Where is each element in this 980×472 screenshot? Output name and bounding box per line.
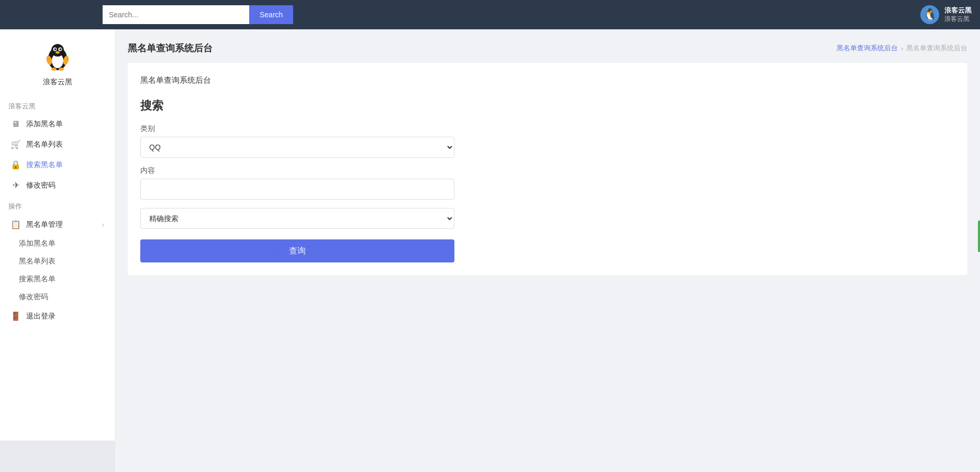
- user-area: 🐧 浪客云黑 浪客云黑: [920, 5, 972, 24]
- right-accent: [978, 221, 980, 252]
- sidebar-section2-label: 操作: [0, 195, 115, 214]
- sidebar-sub-search-label: 搜索黑名单: [19, 275, 55, 284]
- search-form: 搜索 类别 QQ 微信 手机号 邮箱 其他 内容 精确搜索 模糊搜索 3KA.C…: [140, 98, 454, 262]
- sidebar-item-change-password-label: 修改密码: [26, 181, 55, 190]
- sidebar-management-left: 📋 黑名单管理: [10, 219, 63, 229]
- top-nav: Search 🐧 浪客云黑 浪客云黑: [0, 0, 980, 29]
- page-title: 黑名单查询系统后台: [128, 42, 213, 54]
- search-heading: 搜索: [140, 98, 454, 114]
- send-icon: ✈: [10, 180, 21, 190]
- category-select[interactable]: QQ 微信 手机号 邮箱 其他: [140, 137, 454, 158]
- breadcrumb-bar: 黑名单查询系统后台 黑名单查询系统后台 › 黑名单查询系统后台: [128, 42, 967, 54]
- search-type-select[interactable]: 精确搜索 模糊搜索: [140, 208, 454, 229]
- logout-icon: 🚪: [10, 311, 21, 321]
- sidebar-item-search-blacklist-label: 搜索黑名单: [26, 160, 63, 170]
- sidebar-sub-pwd-label: 修改密码: [19, 292, 48, 302]
- sidebar-section1-label: 浪客云黑: [0, 95, 115, 114]
- sidebar-sub-add[interactable]: 添加黑名单: [0, 235, 115, 253]
- breadcrumb-link[interactable]: 黑名单查询系统后台: [837, 43, 898, 53]
- search-bar: Search: [103, 5, 293, 24]
- sidebar-item-logout-label: 退出登录: [26, 312, 55, 321]
- lock-icon: 🔒: [10, 160, 21, 170]
- sidebar-item-blacklist-list-label: 黑名单列表: [26, 140, 63, 149]
- content-label: 内容: [140, 166, 454, 175]
- query-btn-area: 3KA.CN 查询: [140, 237, 454, 262]
- breadcrumb: 黑名单查询系统后台 › 黑名单查询系统后台: [837, 43, 967, 53]
- penguin-logo-icon: [42, 42, 73, 73]
- sidebar-sub-list[interactable]: 黑名单列表: [0, 253, 115, 270]
- chevron-right-icon: ›: [102, 221, 104, 228]
- layout: 浪客云黑 浪客云黑 🖥 添加黑名单 🛒 黑名单列表 🔒 搜索黑名单 ✈ 修改密码…: [0, 0, 980, 472]
- svg-point-6: [59, 48, 61, 50]
- sidebar-item-change-password[interactable]: ✈ 修改密码: [0, 175, 115, 195]
- svg-point-11: [59, 68, 64, 71]
- breadcrumb-current: 黑名单查询系统后台: [906, 43, 967, 53]
- breadcrumb-separator: ›: [901, 45, 903, 52]
- sidebar-item-add-blacklist-label: 添加黑名单: [26, 119, 63, 129]
- avatar-icon: 🐧: [923, 8, 937, 21]
- search-button[interactable]: Search: [249, 5, 293, 24]
- content-input[interactable]: [140, 179, 454, 200]
- sidebar-sub-list-label: 黑名单列表: [19, 257, 55, 266]
- sidebar-item-blacklist-list[interactable]: 🛒 黑名单列表: [0, 134, 115, 155]
- query-button[interactable]: 查询: [140, 239, 454, 262]
- bottom-thumbnail: [0, 441, 115, 472]
- search-input[interactable]: [103, 5, 249, 24]
- sidebar-item-search-blacklist[interactable]: 🔒 搜索黑名单: [0, 155, 115, 175]
- main-content: 黑名单查询系统后台 黑名单查询系统后台 › 黑名单查询系统后台 黑名单查询系统后…: [115, 29, 980, 472]
- sidebar-management-label: 黑名单管理: [26, 220, 63, 229]
- category-label: 类别: [140, 124, 454, 134]
- svg-point-5: [54, 48, 56, 50]
- management-icon: 📋: [10, 219, 21, 229]
- list-icon: 🛒: [10, 139, 21, 149]
- sidebar-brand: 浪客云黑: [43, 78, 72, 87]
- username-sub: 浪客云黑: [944, 15, 972, 24]
- sidebar-item-logout[interactable]: 🚪 退出登录: [0, 306, 115, 326]
- monitor-icon: 🖥: [10, 119, 21, 129]
- sidebar-item-management[interactable]: 📋 黑名单管理 ›: [0, 214, 115, 235]
- sidebar: 浪客云黑 浪客云黑 🖥 添加黑名单 🛒 黑名单列表 🔒 搜索黑名单 ✈ 修改密码…: [0, 29, 115, 472]
- sidebar-sub-search[interactable]: 搜索黑名单: [0, 270, 115, 288]
- main-card: 黑名单查询系统后台 搜索 类别 QQ 微信 手机号 邮箱 其他 内容 精确搜索 …: [128, 63, 967, 275]
- avatar: 🐧: [920, 5, 939, 24]
- username-top: 浪客云黑: [944, 6, 972, 15]
- user-info: 浪客云黑 浪客云黑: [944, 6, 972, 23]
- sidebar-sub-pwd[interactable]: 修改密码: [0, 288, 115, 306]
- sidebar-item-add-blacklist[interactable]: 🖥 添加黑名单: [0, 114, 115, 134]
- sidebar-logo: 浪客云黑: [0, 29, 115, 95]
- svg-point-2: [51, 44, 64, 57]
- svg-point-10: [51, 68, 57, 71]
- sidebar-sub-add-label: 添加黑名单: [19, 239, 55, 248]
- svg-point-7: [55, 51, 60, 54]
- card-title: 黑名单查询系统后台: [140, 75, 955, 85]
